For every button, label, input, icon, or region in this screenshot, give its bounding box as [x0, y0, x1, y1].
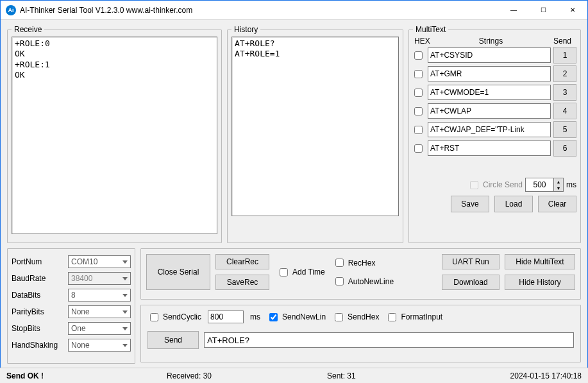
circle-send-label: Circle Send	[483, 180, 523, 189]
cyclic-ms-input[interactable]	[208, 311, 244, 323]
close-button[interactable]: ✕	[558, 1, 587, 20]
mt-row: 5	[413, 121, 576, 138]
rechex-label: RecHex	[348, 259, 376, 268]
mt-string-input[interactable]	[428, 85, 551, 100]
saverec-button[interactable]: SaveRec	[215, 275, 269, 290]
spinner-buttons[interactable]: ▲▼	[553, 178, 564, 192]
receive-panel: Receive +ROLE:0 OK +ROLE:1 OK	[7, 25, 222, 243]
databits-combo[interactable]: 8	[68, 289, 131, 302]
rechex-checkbox[interactable]	[335, 259, 344, 267]
history-legend: History	[231, 25, 260, 34]
mt-hex-checkbox[interactable]	[414, 107, 423, 115]
spin-down-icon[interactable]: ▼	[554, 185, 563, 191]
control-panel: Close Serial ClearRec SaveRec Add Time R…	[140, 248, 581, 300]
clearrec-button[interactable]: ClearRec	[215, 254, 269, 269]
sendnewlin-checkbox[interactable]	[269, 313, 278, 321]
send-command-input[interactable]	[204, 332, 574, 348]
status-sent: Sent: 31	[327, 371, 510, 380]
mt-hex-checkbox[interactable]	[414, 144, 423, 153]
multitext-panel: MultiText HEX Strings Send 123456 Circle…	[408, 25, 581, 243]
mt-row: 4	[413, 103, 576, 119]
mt-send-button[interactable]: 5	[553, 121, 576, 138]
parity-combo[interactable]: None	[68, 305, 131, 318]
formatinput-label: FormatInput	[401, 312, 442, 321]
mt-string-input[interactable]	[428, 103, 551, 119]
close-serial-button[interactable]: Close Serial	[146, 254, 210, 290]
portnum-label: PortNum	[12, 257, 68, 266]
mt-clear-button[interactable]: Clear	[538, 196, 576, 212]
circle-send-checkbox	[470, 181, 478, 189]
ms-unit: ms	[250, 312, 260, 321]
spin-up-icon[interactable]: ▲	[554, 178, 563, 185]
databits-label: DataBits	[12, 291, 68, 300]
status-ok: Send OK !	[6, 371, 167, 380]
titlebar: Ai AI-Thinker Serial Tool V1.2.3.0 www.a…	[1, 1, 587, 20]
mt-head-hex: HEX	[414, 37, 432, 46]
portnum-combo[interactable]: COM10	[68, 255, 131, 268]
mt-string-input[interactable]	[428, 47, 551, 63]
mt-row: 3	[413, 84, 576, 101]
addtime-checkbox[interactable]	[280, 268, 288, 277]
hide-multitext-button[interactable]: Hide MultiText	[505, 254, 575, 269]
mt-send-button[interactable]: 2	[553, 65, 576, 82]
formatinput-checkbox[interactable]	[388, 313, 396, 321]
circle-send-ms[interactable]	[525, 178, 553, 192]
multitext-legend: MultiText	[413, 25, 448, 34]
status-received: Received: 30	[167, 371, 327, 380]
sendhex-label: SendHex	[348, 312, 379, 321]
send-button[interactable]: Send	[147, 331, 199, 349]
mt-load-button[interactable]: Load	[494, 196, 533, 212]
mt-head-strings: Strings	[432, 37, 550, 46]
addtime-label: Add Time	[292, 268, 325, 277]
mt-string-input[interactable]	[428, 140, 551, 156]
mt-string-input[interactable]	[428, 122, 551, 137]
mt-head-send: Send	[550, 37, 575, 46]
status-time: 2024-01-15 17:40:18	[510, 371, 582, 380]
multitext-header: HEX Strings Send	[413, 37, 576, 46]
maximize-button[interactable]: ☐	[528, 1, 558, 20]
receive-legend: Receive	[12, 25, 44, 34]
sendhex-checkbox[interactable]	[335, 313, 343, 321]
download-button[interactable]: Download	[442, 275, 500, 290]
statusbar: Send OK ! Received: 30 Sent: 31 2024-01-…	[0, 368, 588, 383]
mt-row: 1	[413, 47, 576, 64]
mt-string-input[interactable]	[428, 66, 551, 81]
minimize-button[interactable]: —	[499, 1, 528, 20]
mt-send-button[interactable]: 4	[553, 103, 576, 119]
mt-save-button[interactable]: Save	[451, 196, 489, 212]
autonewline-checkbox[interactable]	[335, 277, 344, 285]
history-textarea[interactable]: AT+ROLE? AT+ROLE=1	[231, 37, 399, 216]
mt-hex-checkbox[interactable]	[414, 70, 423, 78]
port-panel: PortNumCOM10 BaudRate38400 DataBits8 Par…	[7, 248, 135, 364]
baud-combo[interactable]: 38400	[68, 272, 131, 285]
ms-label: ms	[566, 180, 576, 189]
window-controls: — ☐ ✕	[499, 1, 587, 20]
mt-send-button[interactable]: 3	[553, 84, 576, 101]
autonewline-label: AutoNewLine	[348, 277, 394, 286]
title-text: AI-Thinker Serial Tool V1.2.3.0 www.ai-t…	[20, 6, 499, 15]
handshake-combo[interactable]: None	[68, 339, 131, 352]
sendcyclic-label: SendCyclic	[163, 312, 201, 321]
parity-label: ParityBits	[12, 307, 68, 316]
app-icon: Ai	[6, 5, 16, 15]
history-panel: History AT+ROLE? AT+ROLE=1	[227, 25, 403, 243]
handshake-label: HandShaking	[12, 341, 68, 350]
mt-row: 6	[413, 140, 576, 157]
mt-hex-checkbox[interactable]	[414, 51, 423, 60]
baud-label: BaudRate	[12, 274, 68, 283]
receive-textarea[interactable]: +ROLE:0 OK +ROLE:1 OK	[12, 37, 217, 234]
send-panel: SendCyclic ms SendNewLin SendHex FormatI…	[140, 305, 581, 362]
mt-hex-checkbox[interactable]	[414, 89, 423, 97]
stopbits-label: StopBits	[12, 324, 68, 333]
stopbits-combo[interactable]: One	[68, 322, 131, 335]
mt-hex-checkbox[interactable]	[414, 126, 423, 134]
mt-send-button[interactable]: 6	[553, 140, 576, 157]
mt-row: 2	[413, 65, 576, 82]
uartrun-button[interactable]: UART Run	[442, 254, 500, 269]
mt-send-button[interactable]: 1	[553, 47, 576, 64]
hide-history-button[interactable]: Hide History	[505, 275, 575, 290]
sendnewlin-label: SendNewLin	[282, 312, 326, 321]
sendcyclic-checkbox[interactable]	[150, 313, 158, 321]
